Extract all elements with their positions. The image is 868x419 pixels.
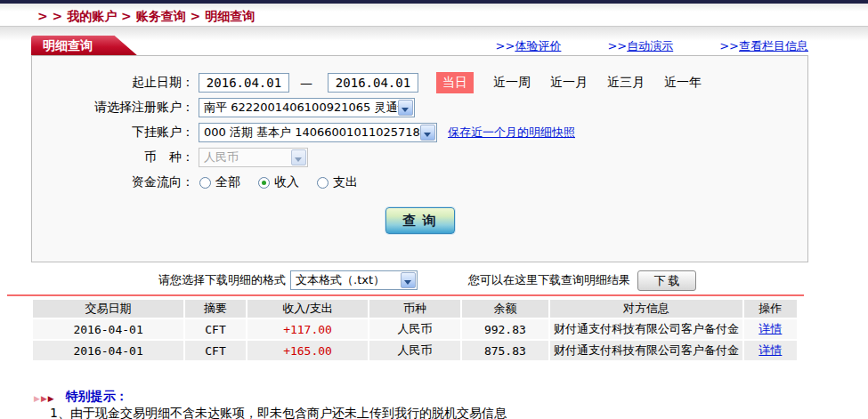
special-notice-line1: 1、由于现金交易明细不含未达账项，即未包含商户还未上传到我行的脱机交易信息 (50, 406, 507, 419)
table-header-row: 交易日期摘要收入/支出币种余额对方信息操作 (33, 300, 797, 318)
sub-account-value: 000 活期 基本户 1406600101102571848 (204, 125, 434, 139)
column-header: 收入/支出 (247, 300, 368, 318)
breadcrumb-separator: > (117, 9, 135, 23)
quick-range-buttons: 近一周近一月近三月近一年 (474, 75, 702, 91)
notice-arrow-icon: ▶ (34, 394, 40, 403)
cell-amount: +165.00 (247, 341, 368, 360)
dropdown-arrow-icon (291, 149, 306, 165)
notice-arrow-icon: ▶ (41, 394, 47, 403)
cell-balance: 992.83 (462, 319, 548, 339)
radio-icon[interactable] (258, 177, 270, 189)
flow-row: 资金流向： 全部收入支出 (32, 170, 807, 195)
radio-label: 全部 (215, 174, 240, 190)
sub-account-select[interactable]: 000 活期 基本户 1406600101102571848 (199, 123, 437, 142)
radio-label: 支出 (333, 174, 358, 190)
link-prefix: >> (607, 39, 627, 52)
dropdown-arrow-icon[interactable] (398, 100, 413, 116)
breadcrumb-prefix: > > (37, 9, 67, 23)
cell-counterparty: 财付通支付科技有限公司客户备付金 (550, 341, 742, 360)
notice-arrows-icon: ▶▶▶ (34, 388, 55, 405)
table-row: 2016-04-01CFT+117.00人民币992.83财付通支付科技有限公司… (33, 319, 797, 339)
date-range-label: 起止日期： (32, 75, 194, 91)
radio-icon[interactable] (199, 177, 211, 189)
header-link[interactable]: >>自动演示 (607, 38, 673, 54)
link-prefix: >> (496, 39, 515, 52)
breadcrumb-separator: > (186, 9, 205, 23)
download-format-value: 文本格式（.txt） (296, 273, 385, 286)
cell-summary: CFT (185, 341, 246, 360)
cell-summary: CFT (185, 319, 246, 339)
cell-balance: 875.83 (462, 341, 548, 360)
link-label: 自动演示 (627, 39, 673, 52)
radio-label: 收入 (274, 174, 299, 190)
table-row: 2016-04-01CFT+165.00人民币875.83财付通支付科技有限公司… (33, 341, 797, 360)
download-format-label: 请您选择下载明细的格式 (158, 272, 286, 288)
dropdown-arrow-icon[interactable] (401, 272, 416, 288)
flow-option[interactable]: 全部 (199, 174, 240, 190)
sub-account-label: 下挂账户： (32, 125, 194, 141)
download-button[interactable]: 下载 (637, 270, 696, 291)
radio-icon[interactable] (317, 177, 329, 189)
date-from-input[interactable] (199, 73, 289, 93)
breadcrumb: > > 我的账户 > 账务查询 > 明细查询 (37, 9, 255, 25)
quick-range-button[interactable]: 近一月 (550, 75, 588, 91)
download-row: 请您选择下载明细的格式 文本格式（.txt） 您可以在这里下载查询明细结果 下载 (158, 270, 696, 291)
section-tab-title: 明细查询 (43, 38, 93, 52)
header-link[interactable]: >>查看栏目信息 (719, 38, 808, 54)
currency-value: 人民币 (204, 150, 239, 164)
date-range-row: 起止日期： — 当日 近一周近一月近三月近一年 (32, 70, 807, 95)
notice-arrow-icon: ▶ (48, 394, 54, 403)
cell-currency: 人民币 (369, 319, 460, 339)
quick-range-button[interactable]: 近三月 (607, 75, 645, 91)
sub-account-row: 下挂账户： 000 活期 基本户 1406600101102571848 保存近… (32, 120, 807, 145)
cell-date: 2016-04-01 (33, 319, 183, 339)
column-header: 币种 (369, 300, 460, 318)
quick-range-today-button[interactable]: 当日 (436, 72, 474, 93)
register-account-row: 请选择注册账户： 南平 6222001406100921065 灵通卡 (32, 95, 807, 120)
special-notice-header: ▶▶▶ 特别提示： (34, 388, 128, 405)
cell-counterparty: 财付通支付科技有限公司客户备付金 (550, 319, 742, 339)
cell-action: 详情 (744, 319, 797, 339)
header-links: >>体验评价>>自动演示>>查看栏目信息 (496, 38, 808, 54)
link-label: 查看栏目信息 (739, 39, 808, 52)
page: > > 我的账户 > 账务查询 > 明细查询 明细查询 >>体验评价>>自动演示… (0, 0, 868, 419)
register-account-value: 南平 6222001406100921065 灵通卡 (204, 101, 409, 114)
link-prefix: >> (719, 39, 739, 52)
column-header: 交易日期 (33, 300, 183, 318)
header-link[interactable]: >>体验评价 (496, 38, 562, 54)
currency-select-disabled: 人民币 (199, 148, 308, 167)
quick-range-button[interactable]: 近一周 (493, 75, 531, 91)
date-dash: — (300, 76, 312, 90)
red-divider-line (7, 294, 804, 296)
column-header: 操作 (744, 300, 797, 318)
currency-row: 币 种： 人民币 (32, 145, 807, 170)
quick-range-button[interactable]: 近一年 (664, 75, 702, 91)
detail-link[interactable]: 详情 (758, 343, 782, 357)
cell-currency: 人民币 (369, 341, 460, 360)
flow-label: 资金流向： (32, 174, 194, 190)
flow-option[interactable]: 收入 (258, 174, 299, 190)
cell-action: 详情 (744, 341, 797, 360)
download-hint-label: 您可以在这里下载查询明细结果 (468, 272, 630, 288)
query-button[interactable]: 查 询 (385, 207, 455, 234)
dropdown-arrow-icon[interactable] (420, 125, 435, 141)
detail-link[interactable]: 详情 (758, 322, 782, 335)
column-header: 摘要 (185, 300, 246, 318)
breadcrumb-item[interactable]: 账务查询 (136, 9, 186, 23)
download-format-select[interactable]: 文本格式（.txt） (290, 270, 418, 290)
flow-option[interactable]: 支出 (317, 174, 358, 190)
breadcrumb-item[interactable]: 明细查询 (205, 9, 255, 23)
save-snapshot-link[interactable]: 保存近一个月的明细快照 (448, 125, 575, 141)
cell-date: 2016-04-01 (33, 341, 183, 360)
date-to-input[interactable] (328, 73, 418, 93)
column-header: 对方信息 (550, 300, 742, 318)
currency-label: 币 种： (32, 149, 194, 165)
transactions-table: 交易日期摘要收入/支出币种余额对方信息操作 2016-04-01CFT+117.… (31, 298, 799, 362)
register-account-select[interactable]: 南平 6222001406100921065 灵通卡 (199, 98, 415, 117)
query-form-panel: 起止日期： — 当日 近一周近一月近三月近一年 请选择注册账户： 南平 6222… (31, 55, 808, 262)
link-label: 体验评价 (515, 39, 561, 52)
breadcrumb-item[interactable]: 我的账户 (67, 9, 117, 23)
cell-amount: +117.00 (247, 319, 368, 339)
register-account-label: 请选择注册账户： (32, 100, 194, 116)
column-header: 余额 (462, 300, 548, 318)
